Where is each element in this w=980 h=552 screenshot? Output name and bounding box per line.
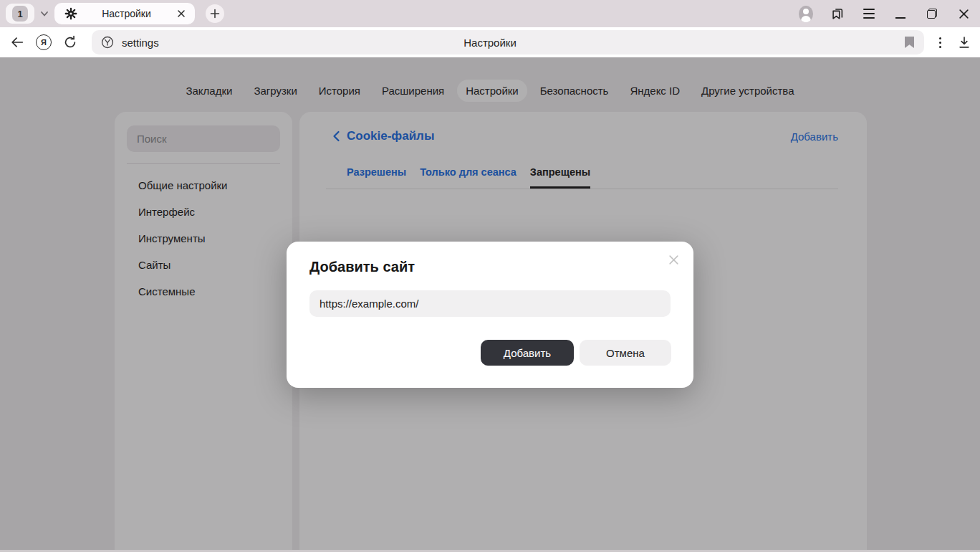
menu-icon[interactable] xyxy=(862,6,876,21)
address-bar[interactable]: settings xyxy=(92,30,924,54)
reload-icon[interactable] xyxy=(61,33,80,52)
window-controls xyxy=(799,0,971,27)
new-tab-button[interactable] xyxy=(206,4,224,23)
tab-group-badge: 1 xyxy=(12,6,28,22)
url-text: settings xyxy=(122,37,159,49)
tab-group-button[interactable]: 1 xyxy=(6,4,34,24)
kebab-icon[interactable] xyxy=(939,37,941,48)
yandex-logo[interactable]: Я xyxy=(34,33,53,52)
avatar xyxy=(799,6,813,22)
browser-tab-settings[interactable]: Настройки xyxy=(54,3,195,24)
tab-close-icon[interactable] xyxy=(175,7,188,20)
side-panels-icon[interactable] xyxy=(830,6,845,21)
protect-icon[interactable] xyxy=(100,35,115,49)
window-close-icon[interactable] xyxy=(956,6,971,21)
toolbar-right xyxy=(939,27,971,57)
minimize-icon[interactable] xyxy=(893,6,908,21)
bookmark-icon[interactable] xyxy=(903,36,916,49)
gear-icon xyxy=(64,6,78,21)
dialog-buttons: Добавить Отмена xyxy=(481,340,671,366)
settings-page: Закладки Загрузки История Расширения Нас… xyxy=(0,57,980,552)
back-icon[interactable] xyxy=(8,33,27,52)
dialog-close-icon[interactable] xyxy=(667,253,680,266)
download-icon[interactable] xyxy=(957,35,971,49)
tab-title: Настройки xyxy=(78,8,175,19)
cancel-button[interactable]: Отмена xyxy=(580,340,671,366)
site-url-input[interactable] xyxy=(309,290,671,317)
chevron-down-icon[interactable] xyxy=(37,6,52,21)
add-site-dialog: Добавить сайт Добавить Отмена xyxy=(287,242,693,388)
profile-button[interactable] xyxy=(799,6,813,21)
restore-icon[interactable] xyxy=(925,6,939,21)
add-button[interactable]: Добавить xyxy=(481,340,574,366)
browser-toolbar: Я settings Настройки xyxy=(0,27,980,57)
dialog-title: Добавить сайт xyxy=(309,259,415,275)
tab-strip: 1 Настройки xyxy=(0,0,980,27)
